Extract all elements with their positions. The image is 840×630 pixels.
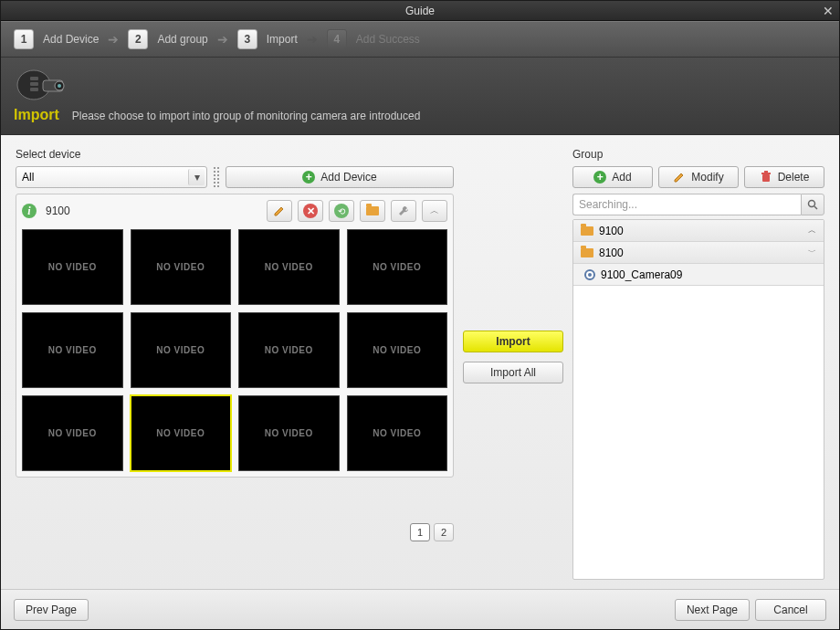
folder-icon [366,206,379,215]
no-video-label: NO VIDEO [156,428,205,438]
camera-thumb[interactable]: NO VIDEO [22,229,123,305]
select-device-panel: Select device All ▾ + Add Device i 9100 [16,148,454,580]
chevron-down-icon: ﹀ [808,247,816,258]
chevron-up-icon: ︿ [808,225,816,236]
import-button[interactable]: Import [463,331,563,352]
device-header: i 9100 ✕ ⟲ [22,200,447,222]
close-icon: ✕ [823,4,834,18]
modify-label: Modify [691,171,723,184]
no-video-label: NO VIDEO [373,428,421,438]
info-icon: i [22,204,37,218]
group-row-8100[interactable]: 8100 ﹀ [573,242,824,264]
arrow-icon: ➔ [108,32,119,47]
camera-thumb[interactable]: NO VIDEO [238,312,340,388]
prev-label: Prev Page [26,604,77,616]
svg-point-6 [58,84,61,88]
step-4-badge: 4 [327,29,347,49]
x-icon: ✕ [303,204,318,218]
folder-icon [581,248,593,257]
svg-line-11 [814,206,817,209]
svg-rect-2 [30,82,38,86]
camera-thumbnails: NO VIDEO NO VIDEO NO VIDEO NO VIDEO NO V… [22,229,447,471]
camera-thumb[interactable]: NO VIDEO [238,395,340,471]
close-button[interactable]: ✕ [821,4,835,18]
camera-thumb[interactable]: NO VIDEO [347,312,448,388]
step-3-badge: 3 [237,29,257,49]
page-2-button[interactable]: 2 [434,523,454,541]
step-1-label: Add Device [43,33,99,46]
trash-icon [760,171,772,184]
remove-device-button[interactable]: ✕ [298,200,323,222]
refresh-device-button[interactable]: ⟲ [329,200,354,222]
no-video-label: NO VIDEO [265,262,313,272]
group-search [572,194,824,215]
next-label: Next Page [687,604,738,616]
open-folder-button[interactable] [360,200,385,222]
camera-thumb[interactable]: NO VIDEO [347,229,448,305]
prev-page-button[interactable]: Prev Page [14,599,89,621]
page-1-button[interactable]: 1 [410,523,430,541]
delete-group-button[interactable]: Delete [744,166,824,188]
collapse-device-button[interactable]: ︿ [422,200,447,222]
import-actions: Import Import All [454,148,572,580]
camera-thumb[interactable]: NO VIDEO [131,312,232,388]
plus-icon: + [593,171,606,184]
svg-rect-1 [30,77,38,80]
no-video-label: NO VIDEO [156,345,205,355]
no-video-label: NO VIDEO [373,345,421,355]
device-filter-dropdown[interactable]: All ▾ [16,166,207,188]
camera-thumb[interactable]: NO VIDEO [22,312,123,388]
device-filter-value: All [22,171,34,184]
no-video-label: NO VIDEO [265,428,313,438]
camera-thumb[interactable]: NO VIDEO [347,395,448,471]
import-label: Import [496,335,530,348]
group-row-9100[interactable]: 9100 ︿ [573,220,824,242]
footer: Prev Page Next Page Cancel [1,589,839,629]
search-button[interactable] [801,194,824,215]
settings-device-button[interactable] [391,200,416,222]
step-4-label: Add Success [356,33,420,46]
resize-handle[interactable] [213,166,220,188]
camera-thumb[interactable]: NO VIDEO [22,395,123,471]
search-input[interactable] [572,194,801,215]
step-2-label: Add group [157,33,207,46]
device-box: i 9100 ✕ ⟲ [16,194,454,478]
step-1-badge: 1 [14,29,34,49]
titlebar: Guide ✕ [1,1,839,21]
guide-window: Guide ✕ 1 Add Device ➔ 2 Add group ➔ 3 I… [0,0,840,630]
step-2-badge: 2 [128,29,148,49]
pencil-icon [273,205,286,217]
add-device-button[interactable]: + Add Device [226,166,454,188]
no-video-label: NO VIDEO [48,262,97,272]
refresh-icon: ⟲ [334,204,349,218]
group-item-camera[interactable]: 9100_Camera09 [573,264,824,286]
folder-icon [581,226,593,236]
add-group-button[interactable]: + Add [572,166,653,188]
camera-name: 9100_Camera09 [601,268,682,281]
group-name: 8100 [599,247,624,259]
camera-thumb[interactable]: NO VIDEO [131,395,232,471]
no-video-label: NO VIDEO [156,262,205,272]
import-all-label: Import All [490,366,536,379]
group-tree: 9100 ︿ 8100 ﹀ 9100_Camera09 [572,219,824,580]
cancel-button[interactable]: Cancel [755,599,826,621]
thumbnail-pager: 1 2 [16,523,454,541]
delete-label: Delete [778,171,810,184]
chevron-down-icon: ▾ [188,169,205,185]
edit-device-button[interactable] [267,200,292,222]
wizard-steps: 1 Add Device ➔ 2 Add group ➔ 3 Import ➔ … [1,21,839,58]
search-icon [807,199,818,210]
import-all-button[interactable]: Import All [463,362,563,383]
arrow-icon: ➔ [217,32,228,47]
group-name: 9100 [599,225,624,237]
camera-icon [584,269,595,280]
window-title: Guide [405,5,435,17]
modify-group-button[interactable]: Modify [658,166,739,188]
no-video-label: NO VIDEO [265,345,313,355]
next-page-button[interactable]: Next Page [675,599,750,621]
camera-thumb[interactable]: NO VIDEO [238,229,340,305]
svg-point-10 [809,201,815,207]
header-band: Import Please choose to import into grou… [1,58,839,135]
arrow-icon: ➔ [307,32,318,47]
camera-thumb[interactable]: NO VIDEO [131,229,232,305]
